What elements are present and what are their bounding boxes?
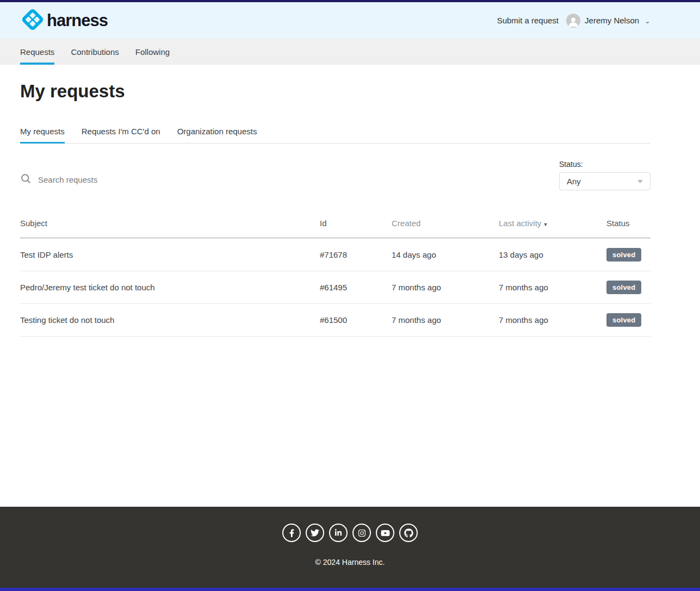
page-title: My requests bbox=[20, 81, 651, 102]
social-links bbox=[282, 524, 418, 542]
status-badge: solved bbox=[606, 248, 641, 262]
request-id: #61500 bbox=[300, 315, 371, 325]
harness-logo[interactable]: harness bbox=[20, 7, 108, 34]
request-created: 14 days ago bbox=[371, 250, 479, 259]
status-filter: Status: Any bbox=[559, 160, 651, 190]
table-header-row: Subject Id Created Last activity▼ Status bbox=[20, 219, 651, 239]
status-badge: solved bbox=[606, 281, 641, 294]
user-name: Jeremy Nelson bbox=[585, 16, 639, 25]
facebook-icon[interactable] bbox=[282, 524, 301, 542]
table-row[interactable]: Pedro/Jeremy test ticket do not touch #6… bbox=[20, 271, 651, 304]
request-last-activity: 7 months ago bbox=[479, 315, 586, 325]
submit-request-link[interactable]: Submit a request bbox=[497, 16, 559, 25]
column-header-subject: Subject bbox=[20, 219, 300, 228]
user-menu[interactable]: Jeremy Nelson ⌄ bbox=[566, 14, 651, 28]
github-icon[interactable] bbox=[399, 524, 418, 542]
tab-requests-ccd[interactable]: Requests I'm CC'd on bbox=[82, 123, 160, 143]
caret-down-icon bbox=[637, 180, 643, 183]
request-last-activity: 7 months ago bbox=[479, 283, 586, 292]
column-header-created[interactable]: Created bbox=[371, 219, 479, 228]
tab-organization-requests[interactable]: Organization requests bbox=[177, 123, 257, 143]
instagram-icon[interactable] bbox=[352, 524, 371, 542]
request-subject[interactable]: Pedro/Jeremy test ticket do not touch bbox=[20, 283, 300, 292]
request-id: #71678 bbox=[300, 250, 371, 259]
bottom-brand-bar bbox=[0, 588, 700, 591]
column-header-id: Id bbox=[300, 219, 371, 228]
filter-row: Status: Any bbox=[20, 160, 651, 190]
column-header-last-activity[interactable]: Last activity▼ bbox=[479, 219, 586, 228]
linkedin-icon[interactable] bbox=[329, 524, 348, 542]
copyright-text: © 2024 Harness Inc. bbox=[315, 558, 385, 567]
status-filter-value: Any bbox=[567, 177, 581, 186]
search-box bbox=[20, 173, 212, 186]
request-subject[interactable]: Test IDP alerts bbox=[20, 250, 300, 259]
nav-tab-following[interactable]: Following bbox=[135, 39, 170, 65]
twitter-icon[interactable] bbox=[306, 524, 324, 542]
main-content: My requests My requests Requests I'm CC'… bbox=[20, 65, 651, 507]
site-header: harness Submit a request Jeremy Nelson ⌄ bbox=[0, 2, 700, 39]
youtube-icon[interactable] bbox=[376, 524, 394, 542]
harness-logo-icon bbox=[20, 7, 45, 34]
status-badge: solved bbox=[606, 313, 641, 327]
avatar bbox=[566, 14, 580, 28]
primary-nav: Requests Contributions Following bbox=[0, 39, 700, 65]
requests-table: Subject Id Created Last activity▼ Status… bbox=[20, 219, 651, 337]
request-id: #61495 bbox=[300, 283, 371, 292]
table-row[interactable]: Testing ticket do not touch #61500 7 mon… bbox=[20, 304, 651, 337]
nav-tab-requests[interactable]: Requests bbox=[20, 39, 54, 65]
status-filter-select[interactable]: Any bbox=[559, 172, 651, 190]
request-last-activity: 13 days ago bbox=[479, 250, 586, 259]
column-header-status: Status bbox=[586, 219, 651, 228]
search-icon bbox=[20, 173, 32, 186]
status-filter-label: Status: bbox=[559, 160, 651, 169]
sort-desc-icon: ▼ bbox=[543, 222, 548, 227]
search-input[interactable] bbox=[38, 175, 212, 184]
chevron-down-icon: ⌄ bbox=[645, 17, 651, 25]
tab-my-requests[interactable]: My requests bbox=[20, 123, 65, 143]
request-created: 7 months ago bbox=[371, 315, 479, 325]
site-footer: © 2024 Harness Inc. bbox=[0, 507, 700, 588]
request-created: 7 months ago bbox=[371, 283, 479, 292]
request-tabs: My requests Requests I'm CC'd on Organiz… bbox=[20, 123, 651, 144]
nav-tab-contributions[interactable]: Contributions bbox=[71, 39, 119, 65]
logo-wordmark: harness bbox=[47, 11, 108, 30]
request-subject[interactable]: Testing ticket do not touch bbox=[20, 315, 300, 325]
table-row[interactable]: Test IDP alerts #71678 14 days ago 13 da… bbox=[20, 239, 651, 271]
